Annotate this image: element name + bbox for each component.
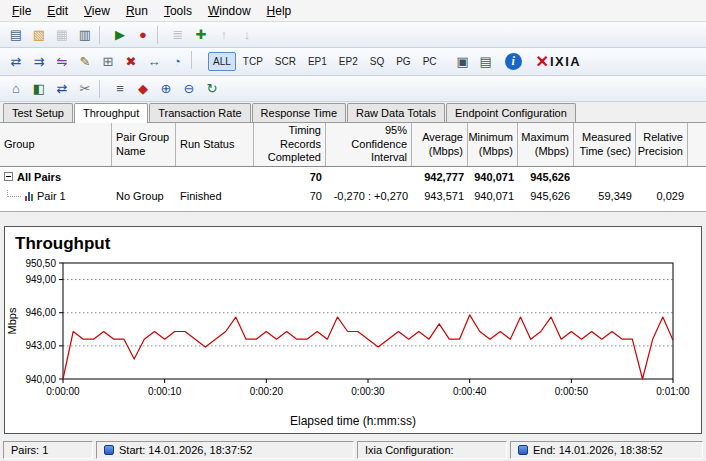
- column-header[interactable]: Run Status: [176, 123, 254, 166]
- results-table-header: GroupPair Group NameRun StatusTiming Rec…: [0, 123, 706, 167]
- column-header[interactable]: Maximum (Mbps): [518, 123, 574, 166]
- report-icon[interactable]: ▤: [475, 51, 497, 72]
- zoom-out-icon[interactable]: ⊖: [178, 78, 200, 99]
- view-ep2-button[interactable]: EP2: [334, 52, 363, 71]
- view-all-button[interactable]: ALL: [208, 52, 236, 71]
- view-sq-button[interactable]: SQ: [365, 52, 389, 71]
- toolbar-pairs: ⌂◧⇄✂≡◆⊕⊖↻: [0, 76, 706, 102]
- svg-text:950,50: 950,50: [25, 258, 56, 269]
- cell-maximum: 945,626: [518, 171, 574, 183]
- add-multicast-group-icon[interactable]: ⇉: [28, 51, 50, 72]
- add-item-icon[interactable]: ✚: [190, 24, 212, 45]
- run-test-icon[interactable]: ▶: [109, 24, 131, 45]
- new-test-icon[interactable]: ▤: [5, 24, 27, 45]
- column-header[interactable]: Average (Mbps): [412, 123, 468, 166]
- ixia-logo: ✕ IXIA: [536, 52, 582, 71]
- refresh-icon[interactable]: ↻: [201, 78, 223, 99]
- menu-item[interactable]: Edit: [39, 1, 76, 21]
- toolbar-icon: [99, 26, 106, 44]
- toolbar-view: ⇄⇉⇋✎⊞✖↔◔ ALLTCPSCREP1EP2SQPGPC ▣▤ i ✕ IX…: [0, 48, 706, 76]
- link-endpoints-icon[interactable]: ⇄: [51, 78, 73, 99]
- tab[interactable]: Response Time: [252, 103, 346, 122]
- column-header[interactable]: Timing Records Completed: [254, 123, 326, 166]
- cell-group: All Pairs: [0, 171, 112, 183]
- cell-timing-records: 70: [254, 190, 326, 202]
- tab[interactable]: Endpoint Configuration: [446, 103, 576, 122]
- menu-item[interactable]: Help: [259, 1, 300, 21]
- view-results-icon[interactable]: ≣: [167, 24, 189, 45]
- view-pg-button[interactable]: PG: [391, 52, 415, 71]
- pair-properties-icon[interactable]: ≡: [109, 78, 131, 99]
- status-start-text: Start: 14.01.2026, 18:37:52: [119, 444, 252, 456]
- collapse-expander-icon[interactable]: [4, 172, 13, 181]
- cell-minimum: 940,071: [468, 190, 518, 202]
- open-test-icon[interactable]: ▧: [28, 24, 50, 45]
- column-header[interactable]: Group: [0, 123, 112, 166]
- snapshot-icon[interactable]: ▣: [452, 51, 474, 72]
- menu-item[interactable]: Tools: [156, 1, 200, 21]
- ixia-logo-mark-icon: ✕: [536, 52, 549, 71]
- delete-pair-icon[interactable]: ✖: [120, 51, 142, 72]
- move-down-icon[interactable]: ↓: [236, 24, 258, 45]
- menu-item[interactable]: Run: [118, 1, 156, 21]
- column-header[interactable]: Pair Group Name: [112, 123, 176, 166]
- info-button[interactable]: i: [505, 53, 522, 70]
- table-row-all-pairs[interactable]: All Pairs 70 942,777 940,071 945,626: [0, 167, 706, 186]
- pair-chart-icon: [25, 191, 33, 201]
- schedule-icon[interactable]: ◔: [166, 51, 188, 72]
- svg-text:0:00:10: 0:00:10: [148, 386, 182, 397]
- add-endpoint-icon[interactable]: ◧: [28, 78, 50, 99]
- zoom-in-icon[interactable]: ⊕: [155, 78, 177, 99]
- cut-pair-icon[interactable]: ✂: [74, 78, 96, 99]
- connect-endpoints-icon[interactable]: ↔: [143, 51, 165, 72]
- column-header[interactable]: 95% Confidence Interval: [326, 123, 412, 166]
- view-scr-button[interactable]: SCR: [270, 52, 301, 71]
- copy-pair-icon[interactable]: ⊞: [97, 51, 119, 72]
- svg-text:0:00:00: 0:00:00: [46, 386, 80, 397]
- add-endpoint-pair-icon[interactable]: ⇄: [5, 51, 27, 72]
- table-row-pair1[interactable]: Pair 1 No Group Finished 70 -0,270 : +0,…: [0, 186, 706, 205]
- color-legend-icon[interactable]: ◆: [132, 78, 154, 99]
- view-pc-button[interactable]: PC: [418, 52, 442, 71]
- column-header[interactable]: Measured Time (sec): [574, 123, 636, 166]
- view-ep1-button[interactable]: EP1: [303, 52, 332, 71]
- column-header[interactable]: Relative Precision: [636, 123, 688, 166]
- menu-item[interactable]: Window: [200, 1, 259, 21]
- cell-group: Pair 1: [0, 190, 112, 202]
- save-test-icon[interactable]: ▦: [51, 24, 73, 45]
- cell-minimum: 940,071: [468, 171, 518, 183]
- status-config-text: Ixia Configuration:: [365, 444, 454, 456]
- move-up-icon[interactable]: ↑: [213, 24, 235, 45]
- add-console-icon[interactable]: ⌂: [5, 78, 27, 99]
- view-tcp-button[interactable]: TCP: [238, 52, 268, 71]
- cell-average: 943,571: [412, 190, 468, 202]
- svg-text:0:01:00: 0:01:00: [656, 386, 690, 397]
- print-icon[interactable]: ▥: [74, 24, 96, 45]
- svg-text:0:00:40: 0:00:40: [453, 386, 487, 397]
- edit-pair-icon[interactable]: ✎: [74, 51, 96, 72]
- status-pairs-text: Pairs: 1: [11, 444, 48, 456]
- tab[interactable]: Test Setup: [3, 103, 73, 122]
- svg-text:943,00: 943,00: [25, 340, 56, 351]
- cell-pair-group: No Group: [112, 190, 176, 202]
- tab[interactable]: Throughput: [74, 103, 148, 123]
- add-vpn-pair-icon[interactable]: ⇋: [51, 51, 73, 72]
- abort-test-icon[interactable]: ●: [132, 24, 154, 45]
- cell-measured-time: 59,349: [574, 190, 636, 202]
- toolbar-icon: [157, 26, 164, 44]
- status-start: Start: 14.01.2026, 18:37:52: [96, 441, 354, 459]
- throughput-line-chart: 940,00943,00946,00949,00950,500:00:000:0…: [5, 257, 701, 409]
- results-table: GroupPair Group NameRun StatusTiming Rec…: [0, 123, 706, 212]
- column-header[interactable]: Minimum (Mbps): [468, 123, 518, 166]
- tab[interactable]: Raw Data Totals: [347, 103, 445, 122]
- menu-item[interactable]: View: [76, 1, 118, 21]
- cell-maximum: 945,626: [518, 190, 574, 202]
- pair-label: Pair 1: [37, 190, 66, 202]
- tab[interactable]: Transaction Rate: [149, 103, 250, 122]
- pair-tools-group: ⇄⇉⇋✎⊞✖↔◔: [5, 51, 200, 72]
- svg-text:940,00: 940,00: [25, 374, 56, 385]
- svg-text:946,00: 946,00: [25, 307, 56, 318]
- svg-text:0:00:50: 0:00:50: [555, 386, 589, 397]
- menu-item[interactable]: File: [4, 1, 39, 21]
- status-end: End: 14.01.2026, 18:38:52: [510, 441, 703, 459]
